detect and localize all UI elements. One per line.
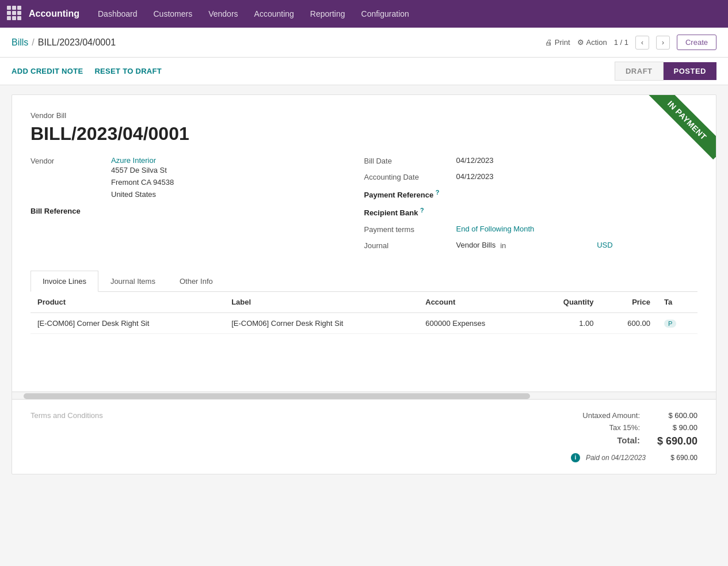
doc-type-label: Vendor Bill <box>31 111 697 120</box>
payment-terms-label: Payment terms <box>364 225 456 234</box>
tab-other-info[interactable]: Other Info <box>167 271 225 292</box>
document-card: IN PAYMENT Vendor Bill BILL/2023/04/0001… <box>12 94 716 474</box>
print-label: Print <box>555 38 570 47</box>
action-label: Action <box>586 38 607 47</box>
nav-reporting[interactable]: Reporting <box>303 7 352 21</box>
create-button[interactable]: Create <box>677 35 716 50</box>
payment-terms-row: Payment terms End of Following Month <box>364 225 698 234</box>
tabs-container: Invoice Lines Journal Items Other Info <box>31 271 697 292</box>
row-product: [E-COM06] Corner Desk Right Sit <box>31 313 224 334</box>
payment-terms-value[interactable]: End of Following Month <box>456 225 535 233</box>
col-account: Account <box>418 292 532 313</box>
status-group: DRAFT POSTED <box>615 62 716 81</box>
scrollbar-thumb <box>24 393 530 399</box>
payment-reference-label: Payment Reference ? <box>364 188 445 199</box>
grand-total-row: Total: $ 690.00 <box>536 435 697 447</box>
payment-reference-row: Payment Reference ? <box>364 188 698 199</box>
nav-configuration[interactable]: Configuration <box>355 7 416 21</box>
tab-invoice-lines[interactable]: Invoice Lines <box>31 271 98 292</box>
vendor-name[interactable]: Azure Interior <box>111 156 174 165</box>
nav-vendors[interactable]: Vendors <box>201 7 245 21</box>
untaxed-value: $ 600.00 <box>651 411 697 420</box>
grand-total-value: $ 690.00 <box>651 435 697 447</box>
col-product: Product <box>31 292 224 313</box>
col-quantity: Quantity <box>532 292 600 313</box>
vendor-field-row: Vendor Azure Interior 4557 De Silva St F… <box>31 156 364 200</box>
app-icon <box>7 6 23 22</box>
col-tax: Ta <box>657 292 697 313</box>
print-icon: 🖨 <box>545 38 552 47</box>
nav-customers[interactable]: Customers <box>147 7 200 21</box>
reset-to-draft-button[interactable]: RESET TO DRAFT <box>94 67 162 75</box>
breadcrumb-bar: Bills / BILL/2023/04/0001 🖨 Print ⚙ Acti… <box>0 28 728 58</box>
row-quantity: 1.00 <box>532 313 600 334</box>
journal-info: Vendor Bills in USD <box>456 241 613 250</box>
breadcrumb-parent[interactable]: Bills <box>12 37 28 48</box>
pagination-next[interactable]: › <box>656 36 670 50</box>
breadcrumb-sep: / <box>32 37 34 48</box>
tab-journal-items[interactable]: Journal Items <box>98 271 167 292</box>
terms-section: Terms and Conditions <box>31 411 103 420</box>
bill-date-label: Bill Date <box>364 156 456 165</box>
add-credit-note-button[interactable]: ADD CREDIT NOTE <box>12 67 83 75</box>
journal-label: Journal <box>364 241 456 250</box>
col-price: Price <box>601 292 657 313</box>
untaxed-row: Untaxed Amount: $ 600.00 <box>536 411 697 420</box>
document-body: Vendor Bill BILL/2023/04/0001 Vendor Azu… <box>12 95 716 334</box>
breadcrumb-right-controls: 🖨 Print ⚙ Action 1 / 1 ‹ › Create <box>545 35 716 50</box>
accounting-date-label: Accounting Date <box>364 172 456 181</box>
vendor-addr3: United States <box>111 189 174 201</box>
untaxed-label: Untaxed Amount: <box>571 411 640 420</box>
status-posted[interactable]: POSTED <box>664 62 716 80</box>
payment-reference-help: ? <box>436 189 440 196</box>
terms-label: Terms and Conditions <box>31 411 103 420</box>
journal-row: Journal Vendor Bills in USD <box>364 241 698 250</box>
pagination-prev[interactable]: ‹ <box>635 36 649 50</box>
scrollbar[interactable] <box>12 392 716 400</box>
recipient-bank-row: Recipient Bank ? <box>364 206 698 217</box>
tax-value: $ 90.00 <box>651 423 697 432</box>
doc-number: BILL/2023/04/0001 <box>31 123 697 145</box>
gear-icon: ⚙ <box>577 38 584 47</box>
nav-accounting[interactable]: Accounting <box>247 7 301 21</box>
tax-label: Tax 15%: <box>571 423 640 432</box>
recipient-bank-label: Recipient Bank ? <box>364 206 445 217</box>
journal-currency[interactable]: USD <box>597 241 612 249</box>
vendor-info: Azure Interior 4557 De Silva St Fremont … <box>111 156 174 200</box>
bill-date-value[interactable]: 04/12/2023 <box>456 156 494 165</box>
main-content: IN PAYMENT Vendor Bill BILL/2023/04/0001… <box>0 85 728 484</box>
doc-fields-left: Vendor Azure Interior 4557 De Silva St F… <box>31 156 364 257</box>
breadcrumb: Bills / BILL/2023/04/0001 <box>12 37 116 48</box>
in-payment-ribbon: IN PAYMENT <box>635 95 716 176</box>
vendor-addr1: 4557 De Silva St <box>111 165 174 177</box>
col-label: Label <box>224 292 418 313</box>
paid-row: i Paid on 04/12/2023 $ 690.00 <box>536 453 697 462</box>
action-bar: ADD CREDIT NOTE RESET TO DRAFT DRAFT POS… <box>0 58 728 85</box>
row-label: [E-COM06] Corner Desk Right Sit <box>224 313 418 334</box>
grand-total-label: Total: <box>571 435 640 447</box>
totals-section: Untaxed Amount: $ 600.00 Tax 15%: $ 90.0… <box>536 411 697 462</box>
accounting-date-value[interactable]: 04/12/2023 <box>456 172 494 181</box>
app-brand: Accounting <box>29 9 79 19</box>
table-row[interactable]: [E-COM06] Corner Desk Right Sit [E-COM06… <box>31 313 697 334</box>
tax-badge: P <box>664 320 676 328</box>
recipient-bank-help: ? <box>420 207 424 214</box>
print-button[interactable]: 🖨 Print <box>545 38 570 47</box>
status-draft[interactable]: DRAFT <box>615 62 664 81</box>
action-button[interactable]: ⚙ Action <box>577 38 607 47</box>
paid-text: Paid on 04/12/2023 <box>586 454 646 462</box>
journal-in: in <box>500 241 592 250</box>
doc-fields: Vendor Azure Interior 4557 De Silva St F… <box>31 156 697 257</box>
breadcrumb-current: BILL/2023/04/0001 <box>38 37 116 48</box>
journal-value[interactable]: Vendor Bills <box>456 241 496 249</box>
nav-dashboard[interactable]: Dashboard <box>91 7 144 21</box>
vendor-label: Vendor <box>31 156 111 165</box>
row-price: 600.00 <box>601 313 657 334</box>
top-nav: Accounting Dashboard Customers Vendors A… <box>0 0 728 28</box>
action-bar-left: ADD CREDIT NOTE RESET TO DRAFT <box>12 67 162 75</box>
footer-section: Terms and Conditions Untaxed Amount: $ 6… <box>12 400 716 474</box>
info-icon: i <box>571 453 580 462</box>
row-account: 600000 Expenses <box>418 313 532 334</box>
ribbon-text: IN PAYMENT <box>648 95 716 159</box>
bill-reference-row: Bill Reference <box>31 206 364 215</box>
